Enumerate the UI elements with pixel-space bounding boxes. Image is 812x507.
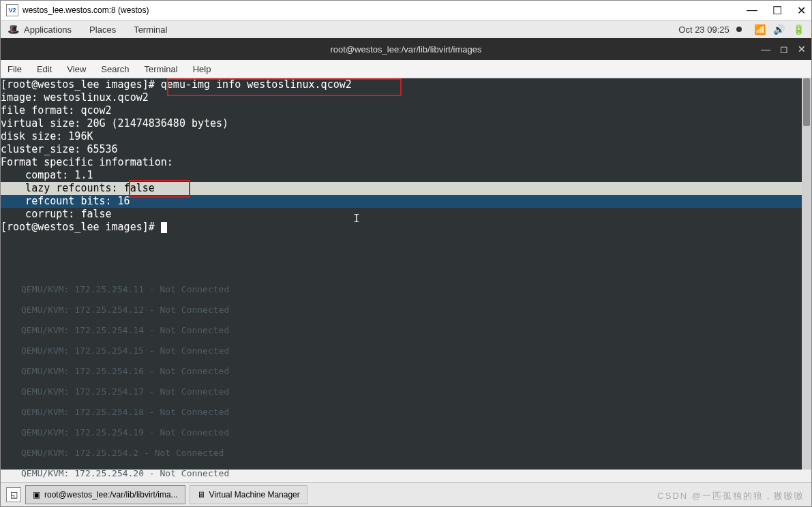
prompt: [root@westos_lee images]#	[1, 78, 161, 91]
menu-terminal[interactable]: Terminal	[134, 25, 167, 35]
menu-places[interactable]: Places	[89, 25, 116, 35]
cursor-icon	[161, 222, 167, 233]
list-item: QEMU/KVM: 172.25.254.12 - Not Connected	[21, 300, 229, 320]
recording-dot-icon	[736, 27, 742, 32]
term-maximize-button[interactable]: ◻	[780, 44, 788, 55]
term-menu-edit[interactable]: Edit	[37, 64, 52, 74]
task-label: Virtual Machine Manager	[209, 490, 300, 500]
maximize-button[interactable]: ☐	[772, 4, 782, 17]
terminal-body[interactable]: QEMU/KVM: 172.25.254.11 - Not Connected …	[1, 78, 811, 470]
volume-icon[interactable]: 🔊	[773, 24, 785, 35]
gnome-top-bar: 🎩 Applications Places Terminal Oct 23 09…	[1, 20, 811, 38]
network-icon[interactable]: 📶	[754, 24, 766, 35]
minimize-button[interactable]: —	[747, 4, 757, 17]
output-line: corrupt: false	[1, 208, 112, 220]
list-item: QEMU/KVM: 172.25.254.14 - Not Connected	[21, 320, 229, 341]
vnc-titlebar: V2 westos_lee.westos.com:8 (westos) — ☐ …	[1, 1, 811, 20]
vnc-window-title: westos_lee.westos.com:8 (westos)	[22, 5, 149, 15]
prompt: [root@westos_lee images]#	[1, 221, 161, 233]
list-item: QEMU/KVM: 172.25.254.2 - Not Connected	[21, 443, 229, 463]
term-menu-search[interactable]: Search	[101, 64, 129, 74]
term-menu-help[interactable]: Help	[193, 64, 211, 74]
output-line: virtual size: 20G (21474836480 bytes)	[1, 117, 228, 129]
list-item: QEMU/KVM: 172.25.254.20 - Not Connected	[21, 463, 229, 484]
term-menu-view[interactable]: View	[67, 64, 86, 74]
list-item: QEMU/KVM: 172.25.254.18 - Not Connected	[21, 402, 229, 422]
terminal-menubar: File Edit View Search Terminal Help	[1, 60, 811, 78]
terminal-icon: ▣	[33, 490, 40, 500]
close-button[interactable]: ✕	[797, 4, 806, 17]
taskbar-task-virt-manager[interactable]: 🖥 Virtual Machine Manager	[190, 485, 307, 504]
terminal-scrollbar[interactable]	[802, 78, 811, 470]
term-menu-file[interactable]: File	[7, 64, 22, 74]
text-cursor-icon: I	[353, 212, 360, 225]
virt-manager-icon: 🖥	[197, 490, 205, 500]
terminal-output[interactable]: [root@westos_lee images]# qemu-img info …	[1, 78, 811, 234]
list-item: QEMU/KVM: 172.25.254.15 - Not Connected	[21, 341, 229, 361]
battery-icon[interactable]: 🔋	[793, 24, 805, 35]
output-line: compat: 1.1	[1, 169, 93, 181]
scrollbar-thumb[interactable]	[803, 78, 810, 126]
command: qemu-img info westoslinux.qcow2	[161, 78, 352, 91]
output-line: cluster_size: 65536	[1, 143, 118, 155]
term-menu-terminal[interactable]: Terminal	[145, 64, 178, 74]
task-label: root@westos_lee:/var/lib/libvirt/ima...	[44, 490, 178, 500]
term-close-button[interactable]: ✕	[798, 44, 806, 55]
terminal-window-titlebar[interactable]: root@westos_lee:/var/lib/libvirt/images …	[1, 38, 811, 60]
watermark: CSDN @一匹孤独的狼，嗷嗷嗷	[657, 490, 805, 502]
list-item: QEMU/KVM: 172.25.254.17 - Not Connected	[21, 382, 229, 402]
output-line: image: westoslinux.qcow2	[1, 91, 149, 104]
terminal-window-title: root@westos_lee:/var/lib/libvirt/images	[330, 44, 481, 55]
show-desktop-button[interactable]: ◱	[6, 487, 21, 502]
list-item: QEMU/KVM: 172.25.254.16 - Not Connected	[21, 361, 229, 382]
output-line-selected: refcount bits: 16	[1, 195, 811, 208]
output-line: Format specific information:	[1, 156, 173, 168]
menu-applications[interactable]: Applications	[24, 25, 72, 35]
taskbar-task-terminal[interactable]: ▣ root@westos_lee:/var/lib/libvirt/ima..…	[25, 485, 185, 504]
virt-manager-connection-list: QEMU/KVM: 172.25.254.11 - Not Connected …	[21, 279, 229, 504]
list-item: QEMU/KVM: 172.25.254.19 - Not Connected	[21, 422, 229, 443]
term-minimize-button[interactable]: —	[761, 44, 770, 55]
output-line-highlight: lazy refcounts: false	[1, 182, 811, 195]
redhat-icon[interactable]: 🎩	[7, 24, 18, 35]
output-line: disk size: 196K	[1, 130, 93, 142]
list-item: QEMU/KVM: 172.25.254.11 - Not Connected	[21, 279, 229, 300]
vnc-icon: V2	[6, 4, 18, 16]
output-line: file format: qcow2	[1, 104, 112, 117]
clock[interactable]: Oct 23 09:25	[678, 25, 729, 35]
